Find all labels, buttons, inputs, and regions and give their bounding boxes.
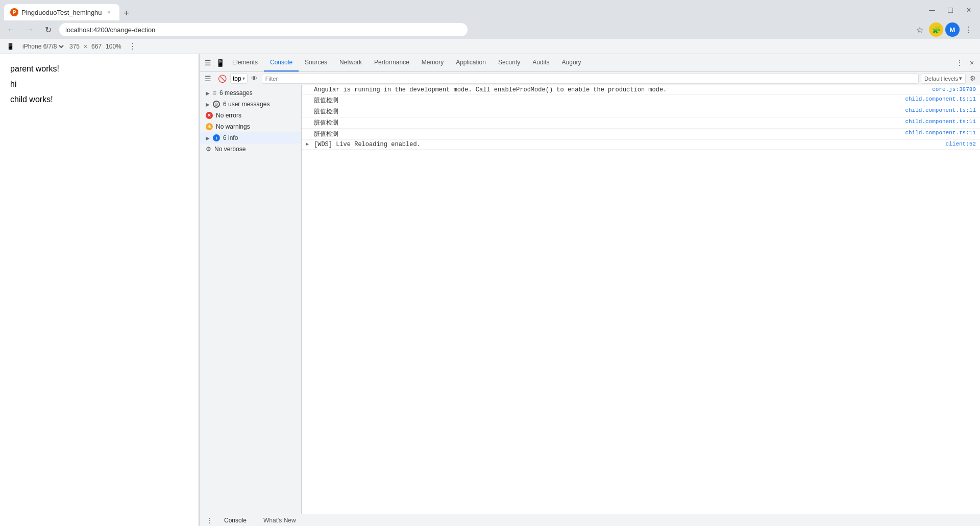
- info-expand-icon: ▶: [206, 135, 210, 141]
- filter-input[interactable]: [262, 74, 919, 84]
- sidebar-item-messages[interactable]: ▶ ≡ 6 messages: [200, 87, 301, 99]
- tab-sources[interactable]: Sources: [299, 54, 333, 71]
- messages-label: 6 messages: [219, 89, 253, 97]
- maximize-button[interactable]: □: [943, 3, 958, 17]
- forward-button[interactable]: →: [22, 22, 37, 37]
- close-window-button[interactable]: ×: [962, 3, 976, 17]
- console-message-dirty4: 脏值检测 child.component.ts:11: [302, 129, 980, 140]
- back-button[interactable]: ←: [4, 22, 18, 37]
- extensions-icon[interactable]: 🧩: [929, 22, 943, 37]
- reload-button[interactable]: ↻: [41, 22, 55, 37]
- tab-title: PingduoduoTest_heminghu: [21, 9, 102, 16]
- tab-augury[interactable]: Augury: [556, 54, 587, 71]
- tab-elements[interactable]: Elements: [226, 54, 264, 71]
- tab-performance[interactable]: Performance: [368, 54, 415, 71]
- console-settings-button[interactable]: ⚙: [968, 74, 978, 84]
- dirty4-source[interactable]: child.component.ts:11: [897, 130, 976, 136]
- sidebar-item-verbose[interactable]: ⚙ No verbose: [200, 144, 301, 155]
- errors-icon: ✕: [206, 112, 213, 119]
- console-messages-panel: Angular is running in the development mo…: [302, 85, 980, 514]
- devtools-header: ☰ 📱 Elements Console Sources Network Per…: [200, 54, 980, 72]
- address-input[interactable]: [59, 23, 468, 36]
- child-works-text: child works!: [10, 95, 188, 104]
- more-button[interactable]: ⋮: [962, 22, 976, 37]
- wds-expand[interactable]: ▶: [306, 141, 312, 147]
- tab-audits[interactable]: Audits: [526, 54, 555, 71]
- console-bottom-more[interactable]: ⋮: [204, 514, 216, 527]
- verbose-label: No verbose: [214, 146, 246, 153]
- devtools-device-icon[interactable]: 📱: [214, 57, 226, 69]
- parent-works-text: parent works!: [10, 64, 188, 74]
- page-content: parent works! hi child works!: [0, 54, 199, 526]
- bottom-tab-whats-new[interactable]: What's New: [261, 517, 298, 524]
- main-layout: parent works! hi child works! ☰ 📱 Elemen…: [0, 54, 980, 526]
- console-message-dirty2: 脏值检测 child.component.ts:11: [302, 106, 980, 117]
- dirty2-text: 脏值检测: [314, 107, 897, 116]
- wds-text: [WDS] Live Reloading enabled.: [314, 141, 938, 148]
- tab-application[interactable]: Application: [450, 54, 492, 71]
- warnings-icon: ⚠: [206, 123, 213, 130]
- tab-network[interactable]: Network: [333, 54, 368, 71]
- minimize-button[interactable]: ─: [925, 3, 939, 17]
- dirty3-source[interactable]: child.component.ts:11: [897, 118, 976, 125]
- dirty1-source[interactable]: child.component.ts:11: [897, 96, 976, 102]
- device-width: 375: [69, 43, 80, 50]
- tab-favicon: P: [10, 8, 18, 16]
- wds-source[interactable]: client:52: [938, 141, 976, 147]
- address-bar-row: ← → ↻ ☆ 🧩 M ⋮: [0, 20, 980, 39]
- console-message-dirty1: 脏值检测 child.component.ts:11: [302, 95, 980, 106]
- active-tab[interactable]: P PingduoduoTest_heminghu ×: [4, 4, 119, 20]
- bottom-tab-console[interactable]: Console: [222, 517, 249, 524]
- dirty2-source[interactable]: child.component.ts:11: [897, 107, 976, 113]
- console-message-dirty3: 脏值检测 child.component.ts:11: [302, 117, 980, 129]
- default-levels-arrow: ▾: [959, 75, 962, 82]
- console-bottom-bar: ⋮ Console What's New: [200, 514, 980, 526]
- hi-text: hi: [10, 80, 188, 89]
- tab-security[interactable]: Security: [492, 54, 526, 71]
- devtools-tabs: ☰ 📱 Elements Console Sources Network Per…: [200, 54, 980, 71]
- messages-expand-icon: ▶: [206, 90, 210, 96]
- bookmark-button[interactable]: ☆: [913, 22, 927, 37]
- devtools-panel: ☰ 📱 Elements Console Sources Network Per…: [199, 54, 980, 526]
- sidebar-item-info[interactable]: ▶ i 6 info: [200, 132, 301, 144]
- info-icon: i: [213, 134, 220, 141]
- user-messages-label: 6 user messages: [223, 101, 270, 108]
- profile-icon[interactable]: M: [945, 22, 960, 37]
- devtools-close-icon[interactable]: ×: [966, 57, 978, 69]
- device-height: 667: [91, 43, 102, 50]
- default-levels-label: Default levels: [924, 76, 958, 82]
- sidebar-item-user-messages[interactable]: ▶ ⊘ 6 user messages: [200, 99, 301, 110]
- sidebar-item-warnings[interactable]: ⚠ No warnings: [200, 121, 301, 132]
- tab-close-button[interactable]: ×: [105, 8, 113, 16]
- default-levels-selector[interactable]: Default levels ▾: [921, 74, 966, 84]
- angular-msg-source[interactable]: core.js:38780: [924, 86, 976, 92]
- verbose-icon: ⚙: [206, 146, 211, 153]
- bottom-tab-divider: [255, 517, 255, 524]
- console-clear-button[interactable]: 🚫: [216, 73, 228, 85]
- errors-label: No errors: [216, 112, 241, 119]
- console-eye-button[interactable]: 👁: [250, 74, 260, 84]
- messages-list-icon: ≡: [213, 89, 216, 97]
- console-sidebar: ▶ ≡ 6 messages ▶ ⊘ 6 user messages ✕ No …: [200, 85, 302, 514]
- dirty1-text: 脏值检测: [314, 96, 897, 105]
- devtools-more-icon[interactable]: ⋮: [953, 57, 966, 69]
- console-sidebar-toggle[interactable]: ☰: [202, 73, 214, 85]
- devtools-menu-icon[interactable]: ☰: [202, 57, 214, 69]
- warnings-label: No warnings: [216, 123, 250, 130]
- device-selector[interactable]: iPhone 6/7/8: [20, 42, 65, 51]
- browser-chrome: P PingduoduoTest_heminghu × + ─ □ ×: [0, 0, 980, 20]
- user-messages-expand-icon: ▶: [206, 102, 210, 107]
- toolbar-icons: ☆ 🧩 M ⋮: [913, 22, 976, 37]
- console-message-wds: ▶ [WDS] Live Reloading enabled. client:5…: [302, 140, 980, 150]
- angular-msg-text: Angular is running in the development mo…: [314, 86, 924, 93]
- new-tab-button[interactable]: +: [119, 6, 134, 20]
- device-toolbar-toggle[interactable]: 📱: [4, 41, 16, 52]
- dirty4-text: 脏值检测: [314, 130, 897, 138]
- sidebar-item-errors[interactable]: ✕ No errors: [200, 110, 301, 121]
- tab-memory[interactable]: Memory: [415, 54, 450, 71]
- tab-bar: P PingduoduoTest_heminghu × +: [4, 0, 134, 20]
- info-label: 6 info: [223, 134, 238, 141]
- tab-console[interactable]: Console: [264, 54, 299, 71]
- device-more-button[interactable]: ⋮: [126, 39, 140, 54]
- context-selector[interactable]: top ▾: [230, 74, 248, 84]
